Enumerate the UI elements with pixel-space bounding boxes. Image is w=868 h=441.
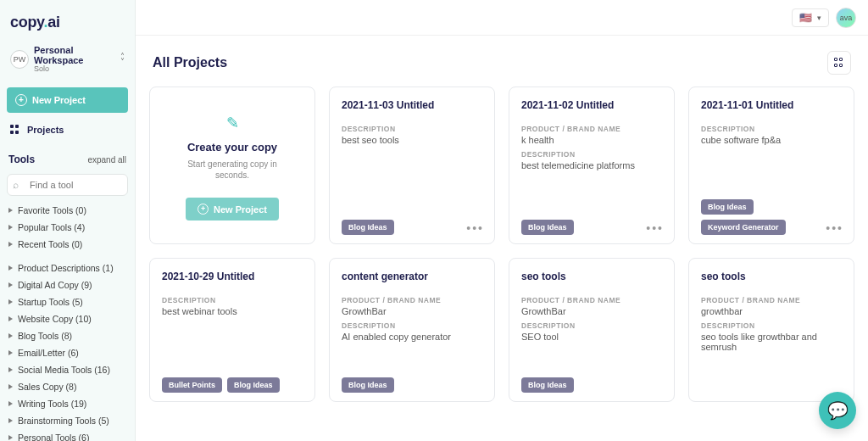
view-toggle-button[interactable]	[827, 51, 851, 75]
project-title: 2021-11-03 Untitled	[342, 99, 482, 111]
workspace-plan: Solo	[34, 65, 115, 74]
workspace-switcher[interactable]: PW Personal Workspace Solo ˄˅	[7, 42, 128, 77]
meta-value: k health	[521, 135, 662, 145]
tag[interactable]: Blog Ideas	[227, 377, 280, 393]
brand-logo: copy.ai	[7, 10, 128, 42]
tool-category-label: Website Copy (10)	[18, 314, 92, 324]
main-panel: 🇺🇸 ▾ ava All Projects ✎ Create your copy…	[136, 0, 868, 441]
tool-category-label: Brainstorming Tools (5)	[18, 416, 109, 426]
meta-label: DESCRIPTION	[701, 321, 842, 330]
tool-category[interactable]: Digital Ad Copy (9)	[7, 277, 128, 293]
meta-value: best webinar tools	[162, 306, 303, 316]
tool-category-label: Personal Tools (6)	[18, 433, 89, 441]
new-project-label: New Project	[32, 95, 86, 105]
tool-category[interactable]: Startup Tools (5)	[7, 294, 128, 310]
tool-category[interactable]: Social Media Tools (16)	[7, 362, 128, 377]
projects-grid-row2: 2021-10-29 UntitledDESCRIPTIONbest webin…	[149, 258, 854, 402]
tool-category[interactable]: Popular Tools (4)	[7, 220, 128, 235]
tool-category[interactable]: Email/Letter (6)	[7, 345, 128, 360]
more-icon[interactable]: •••	[466, 221, 484, 235]
new-project-button[interactable]: + New Project	[7, 87, 128, 113]
tag-list: Blog IdeasKeyword Generator	[701, 191, 842, 235]
project-card[interactable]: content generatorPRODUCT / BRAND NAMEGro…	[329, 258, 495, 402]
workspace-avatar: PW	[10, 50, 29, 69]
project-title: content generator	[342, 271, 482, 282]
meta-label: DESCRIPTION	[342, 125, 482, 133]
tool-category[interactable]: Sales Copy (8)	[7, 379, 128, 394]
expand-all-button[interactable]: expand all	[87, 155, 126, 165]
meta-label: DESCRIPTION	[162, 296, 303, 304]
project-title: 2021-10-29 Untitled	[162, 271, 303, 282]
meta-value: SEO tool	[521, 332, 662, 342]
tool-category-label: Favorite Tools (0)	[18, 205, 86, 215]
tag[interactable]: Blog Ideas	[521, 220, 574, 235]
create-new-project-button[interactable]: + New Project	[186, 198, 279, 220]
meta-label: PRODUCT / BRAND NAME	[521, 125, 662, 133]
tag[interactable]: Blog Ideas	[701, 199, 754, 215]
tool-category-label: Email/Letter (6)	[18, 348, 79, 358]
user-avatar[interactable]: ava	[836, 8, 856, 28]
tool-search: ⌕	[7, 174, 128, 196]
tools-title: Tools	[8, 154, 35, 165]
chat-bubble-button[interactable]: 💬	[819, 392, 856, 429]
tag[interactable]: Blog Ideas	[521, 377, 574, 393]
updown-icon: ˄˅	[120, 54, 125, 64]
project-card[interactable]: 2021-11-03 UntitledDESCRIPTIONbest seo t…	[329, 87, 495, 244]
triangle-right-icon	[8, 435, 13, 440]
tool-category[interactable]: Website Copy (10)	[7, 311, 128, 327]
tool-category-label: Recent Tools (0)	[18, 239, 82, 249]
tag-list	[701, 384, 842, 393]
project-card[interactable]: 2021-10-29 UntitledDESCRIPTIONbest webin…	[149, 258, 315, 402]
tool-category[interactable]: Favorite Tools (0)	[7, 203, 128, 218]
meta-label: PRODUCT / BRAND NAME	[701, 296, 842, 304]
project-card[interactable]: seo toolsPRODUCT / BRAND NAMEgrowthbarDE…	[688, 258, 854, 402]
create-project-card[interactable]: ✎ Create your copy Start generating copy…	[149, 87, 315, 244]
tag[interactable]: Blog Ideas	[342, 220, 394, 235]
project-card[interactable]: seo toolsPRODUCT / BRAND NAMEGrowthBarDE…	[509, 258, 675, 402]
triangle-right-icon	[8, 384, 13, 389]
sidebar: copy.ai PW Personal Workspace Solo ˄˅ + …	[0, 0, 136, 441]
tag[interactable]: Keyword Generator	[701, 220, 786, 235]
triangle-right-icon	[8, 401, 13, 406]
triangle-right-icon	[8, 316, 13, 321]
tool-category-label: Social Media Tools (16)	[18, 365, 110, 375]
nav-projects-label: Projects	[27, 125, 64, 135]
project-card[interactable]: 2021-11-02 UntitledPRODUCT / BRAND NAMEk…	[509, 87, 675, 244]
tool-category-label: Product Descriptions (1)	[18, 263, 114, 273]
more-icon[interactable]: •••	[826, 221, 843, 235]
triangle-right-icon	[8, 282, 13, 287]
pencil-icon: ✎	[226, 114, 239, 132]
tag[interactable]: Bullet Points	[162, 377, 222, 393]
create-title: Create your copy	[187, 141, 277, 154]
tool-category[interactable]: Blog Tools (8)	[7, 328, 128, 343]
meta-label: DESCRIPTION	[342, 321, 482, 330]
project-title: 2021-11-01 Untitled	[701, 99, 842, 111]
tool-list-main: Product Descriptions (1)Digital Ad Copy …	[7, 260, 128, 441]
brand-name: copy	[10, 14, 43, 31]
more-icon[interactable]: •••	[646, 221, 664, 235]
meta-value: best telemedicine platforms	[521, 160, 662, 170]
tool-category[interactable]: Brainstorming Tools (5)	[7, 413, 128, 428]
tool-category-label: Blog Tools (8)	[18, 331, 72, 341]
tool-category[interactable]: Personal Tools (6)	[7, 430, 128, 441]
meta-value: seo tools like growthbar and semrush	[701, 332, 842, 352]
meta-label: DESCRIPTION	[521, 150, 662, 159]
nav-projects[interactable]: Projects	[7, 118, 128, 142]
search-icon: ⌕	[13, 179, 19, 191]
tag-list: Blog Ideas	[342, 369, 482, 393]
triangle-right-icon	[8, 350, 13, 355]
tool-search-input[interactable]	[7, 174, 128, 196]
project-card[interactable]: 2021-11-01 UntitledDESCRIPTIONcube softw…	[688, 87, 854, 244]
tool-category[interactable]: Product Descriptions (1)	[7, 260, 128, 276]
project-title: seo tools	[521, 271, 662, 282]
tool-category-label: Digital Ad Copy (9)	[18, 280, 92, 290]
triangle-right-icon	[8, 333, 13, 338]
projects-grid-row1: ✎ Create your copy Start generating copy…	[149, 87, 854, 244]
meta-label: PRODUCT / BRAND NAME	[521, 296, 662, 304]
tool-category[interactable]: Recent Tools (0)	[7, 237, 128, 252]
meta-value: AI enabled copy generator	[342, 332, 482, 342]
tool-category-label: Startup Tools (5)	[18, 297, 83, 307]
locale-selector[interactable]: 🇺🇸 ▾	[792, 8, 829, 27]
tag[interactable]: Blog Ideas	[342, 377, 394, 393]
tool-category[interactable]: Writing Tools (19)	[7, 396, 128, 411]
